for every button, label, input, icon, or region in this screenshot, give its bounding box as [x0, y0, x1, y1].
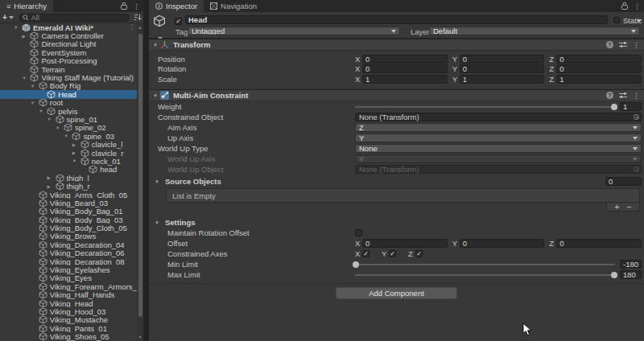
foldout-open-icon[interactable]: ▼	[14, 25, 22, 30]
rotation-z-field[interactable]: 0	[556, 64, 642, 73]
presets-icon[interactable]	[619, 92, 627, 99]
hierarchy-item-viking-body-bag-03[interactable]: Viking_Body_Bag_03	[0, 216, 137, 224]
foldout-open-icon[interactable]: ▼	[155, 220, 162, 225]
hierarchy-item-body-rig[interactable]: ▼Body Rig	[0, 82, 137, 90]
foldout-open-icon[interactable]: ▼	[153, 43, 160, 47]
hierarchy-item-viking-head[interactable]: Viking_Head	[0, 299, 137, 307]
search-input[interactable]: All	[19, 14, 130, 22]
scale-x-field[interactable]: 1	[362, 75, 448, 84]
hierarchy-item-viking-arms-cloth-05[interactable]: Viking_Arms_Cloth_05	[0, 191, 137, 199]
hierarchy-item-viking-eyelashes[interactable]: Viking_Eyelashes	[0, 265, 137, 273]
foldout-open-icon[interactable]: ▼	[153, 93, 160, 98]
hierarchy-item-viking-brows[interactable]: Viking_Brows	[0, 232, 137, 240]
foldout-open-icon[interactable]: ▼	[56, 125, 64, 130]
foldout-closed-icon[interactable]: ▶	[47, 184, 56, 189]
remove-item-button[interactable]: −	[627, 203, 632, 211]
foldout-open-icon[interactable]: ▼	[39, 109, 47, 113]
hierarchy-item-viking-staff-mage-tutorial[interactable]: ▼Viking Staff Mage (Tutorial)	[0, 73, 137, 81]
add-item-button[interactable]: +	[614, 203, 619, 211]
world-up-type-dropdown[interactable]: None	[355, 144, 642, 153]
hierarchy-item-viking-body-bag-01[interactable]: Viking_Body_Bag_01	[0, 207, 137, 216]
tag-dropdown[interactable]: Untagged	[188, 27, 400, 35]
scroll-up-icon[interactable]: ▲	[137, 25, 143, 30]
maintain-rotation-offset-checkbox[interactable]	[355, 229, 362, 236]
transform-header[interactable]: ▼ Transform ? ⋮	[149, 39, 644, 51]
tab-navigation[interactable]: Navigation	[204, 0, 263, 12]
weight-value-field[interactable]: 1	[620, 102, 642, 111]
scale-y-field[interactable]: 1	[460, 75, 545, 84]
foldout-open-icon[interactable]: ▼	[155, 179, 162, 184]
foldout-closed-icon[interactable]: ▶	[72, 150, 80, 155]
presets-icon[interactable]	[619, 41, 627, 48]
offset-z-field[interactable]: 0	[556, 239, 642, 248]
panel-menu-icon[interactable]: ⋮	[634, 2, 641, 10]
position-y-field[interactable]: 0	[460, 55, 545, 64]
max-limit-value-field[interactable]: 180	[620, 270, 642, 279]
axis-y-checkbox[interactable]: ✓	[389, 250, 396, 257]
add-component-button[interactable]: Add Component	[336, 287, 457, 299]
hierarchy-item-thigh-r[interactable]: ▶thigh_r	[0, 182, 137, 190]
hierarchy-item-viking-hood-03[interactable]: Viking_Hood_03	[0, 307, 137, 315]
scale-z-field[interactable]: 1	[556, 75, 642, 84]
scrollbar-thumb[interactable]	[138, 34, 142, 317]
hierarchy-item-spine-01[interactable]: ▼spine_01	[0, 115, 137, 123]
min-limit-value-field[interactable]: -180	[620, 260, 642, 269]
constraint-header[interactable]: ▼ Multi-Aim Constraint ? ⋮	[149, 89, 644, 101]
hierarchy-item-spine-02[interactable]: ▼spine_02	[0, 124, 137, 132]
hierarchy-item-viking-pants-01[interactable]: Viking_Pants_01	[0, 324, 137, 332]
hierarchy-item-pelvis[interactable]: ▼pelvis	[0, 107, 137, 115]
active-checkbox[interactable]: ✓	[175, 18, 182, 25]
hierarchy-item-emerald-ai-wiki[interactable]: ▼Emerald AI Wiki*⋮	[0, 23, 137, 31]
slider-knob[interactable]	[611, 272, 617, 278]
settings-header[interactable]: ▼ Settings	[149, 217, 644, 228]
hierarchy-item-camera-controller[interactable]: ▶Camera Controller	[0, 31, 137, 39]
hierarchy-item-viking-mustache[interactable]: Viking_Mustache	[0, 316, 137, 324]
position-z-field[interactable]: 0	[556, 55, 642, 64]
aim-axis-dropdown[interactable]: Z	[355, 123, 642, 132]
hierarchy-item-terrain[interactable]: Terrain	[0, 65, 137, 73]
rotation-y-field[interactable]: 0	[460, 64, 545, 73]
lock-icon[interactable]	[621, 2, 628, 11]
offset-x-field[interactable]: 0	[362, 239, 448, 248]
foldout-closed-icon[interactable]: ▶	[22, 34, 30, 39]
help-icon[interactable]: ?	[606, 92, 613, 99]
up-axis-dropdown[interactable]: Y	[355, 134, 642, 142]
hierarchy-item-root[interactable]: ▼root	[0, 99, 137, 107]
tab-hierarchy[interactable]: ≡ Hierarchy	[0, 0, 53, 12]
slider-knob[interactable]	[353, 261, 359, 268]
hierarchy-item-viking-body-cloth-05[interactable]: Viking_Body_Cloth_05	[0, 224, 137, 232]
constrained-object-field[interactable]: None (Transform)	[355, 113, 642, 121]
foldout-open-icon[interactable]: ▼	[31, 101, 39, 105]
hierarchy-item-viking-beard-03[interactable]: Viking_Beard_03	[0, 199, 137, 207]
scroll-down-icon[interactable]: ▼	[137, 335, 143, 339]
foldout-open-icon[interactable]: ▼	[64, 134, 72, 138]
hierarchy-item-viking-shoes-05[interactable]: Viking_Shoes_05	[0, 332, 137, 340]
hierarchy-item-viking-eyes[interactable]: Viking_Eyes	[0, 274, 137, 282]
object-picker-icon[interactable]	[634, 114, 639, 120]
hierarchy-item-post-processing[interactable]: Post-Processing	[0, 57, 137, 65]
create-button[interactable]: +	[2, 13, 14, 22]
static-dropdown-icon[interactable]	[637, 19, 642, 23]
source-objects-count-field[interactable]: 0	[605, 177, 642, 186]
gameobject-name-field[interactable]: Head	[185, 15, 608, 24]
hierarchy-item-directional-light[interactable]: Directional Light	[0, 40, 137, 48]
foldout-closed-icon[interactable]: ▶	[72, 142, 80, 147]
foldout-open-icon[interactable]: ▼	[47, 117, 56, 121]
hierarchy-scrollbar[interactable]: ▲ ▼	[137, 23, 143, 341]
hierarchy-item-viking-decaration-06[interactable]: Viking_Decaration_06	[0, 249, 137, 257]
hierarchy-item-clavicle-r[interactable]: ▶clavicle_r	[0, 149, 137, 157]
tab-inspector[interactable]: i Inspector	[149, 0, 204, 12]
hierarchy-item-eventsystem[interactable]: EventSystem	[0, 48, 137, 56]
help-icon[interactable]: ?	[606, 41, 613, 48]
hierarchy-item-spine-03[interactable]: ▼spine_03	[0, 132, 137, 140]
sort-icon[interactable]	[134, 14, 142, 23]
weight-slider[interactable]	[355, 106, 615, 108]
foldout-open-icon[interactable]: ▼	[31, 84, 39, 88]
min-limit-slider[interactable]	[355, 264, 615, 265]
hierarchy-item-viking-forearm-armors-04[interactable]: Viking_Forearm_Armors_04	[0, 282, 137, 290]
offset-y-field[interactable]: 0	[460, 239, 545, 248]
axis-x-checkbox[interactable]: ✓	[362, 250, 369, 257]
lock-icon[interactable]	[121, 2, 127, 11]
max-limit-slider[interactable]	[355, 274, 615, 276]
position-x-field[interactable]: 0	[362, 55, 448, 64]
